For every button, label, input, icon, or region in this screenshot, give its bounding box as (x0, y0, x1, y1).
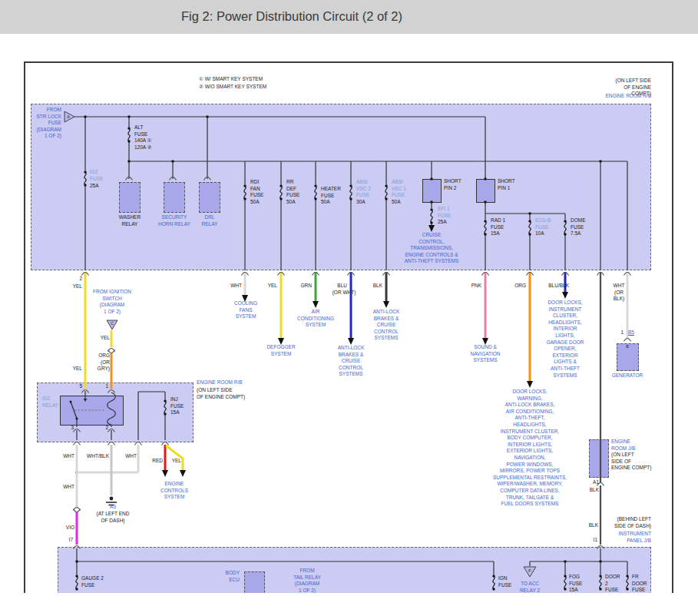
rad1-fuse-amp: 15A (491, 230, 500, 237)
wire-wht-label-2: WHT (63, 453, 74, 460)
efi1-fuse-amp: 25A (438, 219, 447, 226)
wire-red-label: RED (152, 458, 163, 465)
wire-blk-label-1: BLK (373, 283, 382, 290)
relay-coil (108, 392, 116, 425)
cruise-destination: CRUISE CONTROL, TRANSMISSIONS, ENGINE CO… (405, 232, 459, 265)
abs-destination-2: ANTI-LOCK BRAKES & CRUISE CONTROL SYSTEM… (338, 345, 365, 378)
connector-a1-label: A1 (593, 479, 599, 486)
from-ignition-label: FROM IGNITION SWITCH (DIAGRAM 1 OF 2) (93, 289, 131, 315)
ign-fuse-label: IGN FUSE (498, 575, 511, 588)
cooling-destination: COOLING FANS SYSTEM (234, 300, 257, 320)
ecub-fuse-label: ECU-B FUSE (535, 217, 551, 230)
abs-vsc2-fuse-amp: 30A (356, 199, 366, 206)
rdi-fan-fuse-label: RDI FAN FUSE (250, 179, 263, 199)
short-pin-2-label: SHORT PIN 2 (444, 178, 461, 191)
abs-vsc1-fuse-amp: 50A (392, 199, 401, 206)
door-locks-long-destination: DOOR LOCKS, WARNING, ANTI-LOCK BRAKES, A… (493, 389, 567, 508)
wire-blk-label-3: BLK (589, 522, 598, 529)
connector-i1-label: I1 (594, 537, 597, 544)
from-str-lock-label: FROM STR LOCK FUSE (DIAGRAM 1 OF 2) (36, 107, 61, 140)
wire-wht-label-3: WHT (125, 453, 137, 460)
sound-nav-destination: SOUND & NAVIGATION SYSTEMS (470, 344, 500, 364)
fog-fuse-label: FOG FUSE 15A (569, 574, 582, 593)
rad1-fuse-label: RAD 1 FUSE (491, 217, 505, 230)
rdi-fan-fuse-amp: 50A (250, 199, 260, 206)
efi1-fuse-label: EFI 1 FUSE (438, 206, 451, 219)
top-box-name: ENGINE ROOM R/B (605, 93, 651, 100)
pin1-label: 1 (105, 383, 108, 390)
dome-fuse-label: DOME FUSE (571, 217, 586, 230)
connector-f-letter: F (528, 568, 531, 573)
fr-door-fuse-label: FR DOOR FUSE (632, 574, 647, 593)
note-smart-key-1: ① W/ SMART KEY SYSTEM (199, 76, 263, 83)
wire-pnk-label: PNK (471, 283, 481, 290)
wire-whtorblk-label: WHT (OR BLK) (614, 283, 625, 303)
abs-destination-1: ANTI-LOCK BRAKES & CRUISE CONTROL SYSTEM… (373, 309, 400, 342)
instrument-panel-name: INSTRUMENT PANEL J/B (618, 531, 651, 544)
wire-blu-label: BLU (337, 283, 347, 290)
ground-location: (AT LEFT END OF DASH) (97, 511, 130, 524)
to-acc-relay-label: TO ACC RELAY 2 (520, 581, 540, 593)
pin2-label: 2 (105, 425, 108, 432)
generator-connector-label: B5 (628, 330, 634, 336)
heater-fuse-amp: 50A (321, 199, 330, 206)
alt-fuse-label: ALT FUSE 140A ① 120A ② (134, 124, 151, 151)
pin5-label: 5 (79, 383, 82, 390)
ground-a3-label: A3 (110, 504, 116, 511)
inj-fuse-amp: 15A (170, 409, 180, 416)
wire-yel-label-ign: YEL (101, 335, 110, 342)
ig2-fuse-label: IG2 FUSE (90, 169, 103, 182)
wire-yel-label-1: YEL (73, 283, 82, 290)
wire-wht-label-4: WHT (63, 484, 74, 491)
heater-fuse-label: HEATER FUSE (321, 186, 341, 199)
connector-c-letter: C (111, 321, 114, 326)
body-ecu-label: BODY ECU (226, 570, 240, 583)
wire-whtblk-label: WHT/BLK (87, 453, 109, 460)
wire-orwht-label: (OR WHT) (332, 290, 356, 296)
note-smart-key-2: ② W/O SMART KEY SYSTEM (199, 84, 266, 91)
page: { "header": {"title": "Fig 2: Power Dist… (0, 0, 698, 616)
generator-pin-label: 1 (620, 330, 624, 336)
wire-grn-label: GRN (301, 283, 312, 290)
door2-fuse-label: DOOR 2 FUSE (605, 574, 620, 593)
washer-relay-label: WASHER RELAY (119, 214, 141, 227)
wire-org-label: ORG (514, 283, 526, 290)
connector-i7-label: I7 (69, 537, 73, 544)
rr-def-fuse-label: RR DEF FUSE (286, 179, 299, 199)
ecub-fuse-amp: 10A (535, 230, 544, 237)
wire-2-label: 2 (79, 276, 82, 283)
ig2-relay-label: IG2 RELAY (42, 396, 58, 409)
pin3-label: 3 (71, 425, 74, 432)
wire-blublk-label: BLU/BLK (548, 283, 569, 290)
ig2-fuse-amp: 25A (90, 183, 99, 190)
wire-vio-label: VIO (66, 525, 74, 532)
abs-vsc1-fuse-label: ABS/ VSC 1 FUSE (392, 179, 406, 199)
short-pin-1-label: SHORT PIN 1 (498, 178, 515, 191)
engine-room-jb-location: (ON LEFT SIDE OF ENGINE COMPT) (611, 452, 651, 472)
relay-box-location: (ON LEFT SIDE OF ENGINE COMPT) (197, 387, 245, 400)
inj-fuse-label: INJ FUSE (170, 396, 184, 409)
engine-room-jb-name: ENGINE ROOM J/B (611, 439, 635, 452)
generator-terminal-b: B (626, 344, 629, 349)
drl-relay-label: DRL RELAY (202, 214, 218, 227)
instrument-panel-location: (BEHIND LEFT SIDE OF DASH) (614, 516, 651, 529)
rr-def-fuse-amp: 50A (286, 199, 296, 206)
connector-a-letter: A (67, 114, 70, 119)
wire-blk-label-2: BLK (590, 487, 599, 494)
gauge2-fuse-label: GAUGE 2 FUSE (81, 575, 104, 588)
ac-destination: AIR CONDITIONING SYSTEM (297, 309, 334, 329)
relay-pin5-arrow (84, 399, 88, 402)
door-locks-short-destination: DOOR LOCKS, INSTRUMENT CLUSTER, HEADLIGH… (546, 300, 584, 379)
wire-yel-label-4: YEL (172, 458, 181, 465)
relay-box-name: ENGINE ROOM R/B (197, 379, 243, 386)
generator-name: GENERATOR (612, 373, 643, 379)
wire-yel-label-3: YEL (268, 283, 277, 290)
wire-yel-label-2: YEL (73, 366, 82, 373)
diagram-stage: ① W/ SMART KEY SYSTEM ② W/O SMART KEY SY… (0, 0, 698, 593)
wire-wht-label-1: WHT (230, 283, 242, 290)
security-horn-relay-label: SECURITY HORN RELAY (158, 214, 190, 227)
defogger-destination: DEFOGGER SYSTEM (266, 344, 295, 357)
wire-orggry-label: ORG (OR GRY) (98, 353, 110, 373)
abs-vsc2-fuse-label: ABS/ VSC 2 FUSE (356, 179, 371, 199)
dome-fuse-amp: 7.5A (571, 230, 581, 237)
